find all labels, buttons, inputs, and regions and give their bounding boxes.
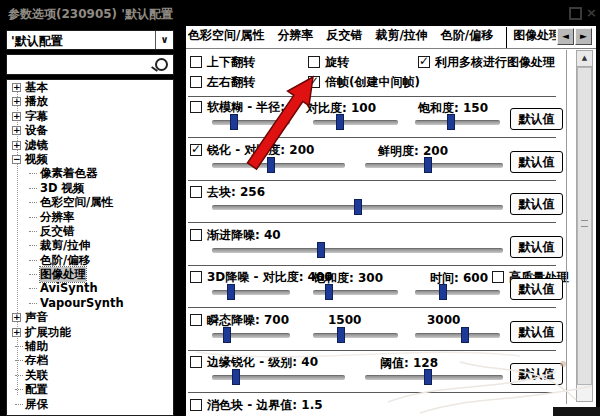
slider-thumb[interactable] [354, 199, 362, 215]
slider-thumb[interactable] [337, 327, 345, 343]
tree-item-图像处理[interactable]: 图像处理 [7, 267, 173, 281]
tree-item-辅助[interactable]: 辅助 [7, 339, 173, 353]
slider-track[interactable] [313, 333, 398, 338]
tab-色阶/偏移[interactable]: 色阶/偏移 [441, 27, 493, 48]
toggle-左右翻转[interactable]: 左右翻转 [190, 75, 255, 90]
tree-item-裁剪/拉伸[interactable]: 裁剪/拉伸 [7, 238, 173, 252]
slider-track[interactable] [212, 248, 503, 253]
slider-thumb[interactable] [227, 284, 235, 300]
default-value-button[interactable]: 默认值 [510, 151, 563, 173]
scrollbar-thumb[interactable] [577, 67, 592, 385]
scroll-up-arrow-icon[interactable]: ▲ [577, 51, 592, 67]
tab-色彩空间/属性[interactable]: 色彩空间/属性 [188, 27, 264, 48]
tree-item-视频[interactable]: −视频 [7, 152, 173, 166]
checkbox-icon[interactable] [190, 76, 202, 88]
tree-item-声音[interactable]: +声音 [7, 310, 173, 324]
slider-track[interactable] [365, 163, 503, 168]
slider-thumb[interactable] [325, 284, 333, 300]
slider-thumb[interactable] [230, 114, 238, 130]
default-value-button[interactable]: 默认值 [510, 236, 563, 258]
expand-plus-icon[interactable]: + [12, 328, 21, 337]
expand-plus-icon[interactable]: + [12, 313, 21, 322]
slider-track[interactable] [415, 120, 500, 125]
tree-item-VapourSynth[interactable]: VapourSynth [7, 296, 173, 310]
tab-scroll-right-button[interactable]: ► [575, 28, 592, 45]
expand-plus-icon[interactable]: + [12, 112, 21, 121]
slider-thumb[interactable] [336, 114, 344, 130]
default-value-button[interactable]: 默认值 [510, 108, 563, 130]
checkbox-icon[interactable] [190, 399, 202, 411]
tree-item-3D 视频[interactable]: 3D 视频 [7, 181, 173, 195]
tree-item-屏保[interactable]: 屏保 [7, 397, 173, 411]
tree-item-AviSynth[interactable]: AviSynth [7, 281, 173, 295]
checkbox-icon[interactable] [308, 56, 320, 68]
tab-反交错[interactable]: 反交错 [326, 27, 362, 48]
group-toggle[interactable]: ✓锐化 - 对比度: 200 [190, 143, 314, 158]
search-input[interactable] [6, 54, 174, 75]
tree-item-扩展功能[interactable]: +扩展功能 [7, 325, 173, 339]
group-toggle[interactable]: 去块: 256 [190, 185, 265, 200]
tree-item-分辨率[interactable]: 分辨率 [7, 210, 173, 224]
checkbox-icon[interactable] [190, 56, 202, 68]
tree-item-像素着色器[interactable]: 像素着色器 [7, 166, 173, 180]
tab-分辨率[interactable]: 分辨率 [277, 27, 313, 48]
tree-item-关联[interactable]: 关联 [7, 368, 173, 382]
profile-combobox[interactable]: '默认配置 ∨ [6, 30, 174, 50]
tree-item-色阶/偏移[interactable]: 色阶/偏移 [7, 253, 173, 267]
slider-track[interactable] [415, 333, 500, 338]
tree-item-基本[interactable]: +基本 [7, 80, 173, 94]
default-value-button[interactable]: 默认值 [510, 363, 563, 385]
group-toggle[interactable]: 渐进降噪: 40 [190, 228, 281, 243]
slider-thumb[interactable] [317, 242, 325, 258]
toggle-上下翻转[interactable]: 上下翻转 [190, 55, 255, 70]
tree-item-设备[interactable]: +设备 [7, 123, 173, 137]
slider-track[interactable] [313, 120, 398, 125]
checkbox-icon[interactable] [492, 271, 504, 283]
expand-plus-icon[interactable]: + [12, 126, 21, 135]
slider-track[interactable] [212, 163, 345, 168]
toggle-旋转[interactable]: 旋转 [308, 55, 349, 70]
slider-thumb[interactable] [424, 369, 432, 385]
slider-thumb[interactable] [267, 157, 275, 173]
default-value-button[interactable]: 默认值 [510, 278, 563, 300]
chevron-down-icon[interactable]: ∨ [155, 31, 173, 49]
checkbox-checked-icon[interactable]: ✓ [418, 56, 430, 68]
group-toggle[interactable]: 边缘锐化 - 级别: 40 [190, 355, 318, 370]
slider-track[interactable] [415, 290, 500, 295]
tree-item-字幕[interactable]: +字幕 [7, 109, 173, 123]
group-toggle[interactable]: 3D降噪 - 对比度: 400 [190, 270, 333, 285]
group-toggle[interactable]: 瞬态降噪: 700 [190, 313, 289, 328]
slider-track[interactable] [212, 290, 290, 295]
slider-track[interactable] [212, 120, 290, 125]
slider-thumb[interactable] [223, 327, 231, 343]
vertical-scrollbar[interactable]: ▲ [576, 50, 593, 402]
tree-item-配置[interactable]: 配置 [7, 382, 173, 396]
close-icon[interactable]: × [586, 7, 597, 18]
checkbox-icon[interactable] [190, 186, 202, 198]
group-toggle[interactable]: 消色块 - 边界值: 1.5 [190, 398, 323, 413]
tree-item-存档[interactable]: 存档 [7, 353, 173, 367]
tab-scroll-left-button[interactable]: ◄ [557, 28, 574, 45]
slider-thumb[interactable] [461, 327, 469, 343]
default-value-button[interactable]: 默认值 [510, 193, 563, 215]
expand-plus-icon[interactable]: + [12, 141, 21, 150]
checkbox-icon[interactable] [190, 271, 202, 283]
checkbox-checked-icon[interactable]: ✓ [308, 76, 320, 88]
expand-plus-icon[interactable]: + [12, 97, 21, 106]
tree-item-播放[interactable]: +播放 [7, 94, 173, 108]
toggle-倍帧(创建中间帧)[interactable]: ✓倍帧(创建中间帧) [308, 75, 420, 90]
slider-thumb[interactable] [424, 157, 432, 173]
slider-thumb[interactable] [439, 284, 447, 300]
default-value-button[interactable]: 默认值 [510, 321, 563, 343]
expand-plus-icon[interactable]: + [12, 83, 21, 92]
slider-thumb[interactable] [447, 114, 455, 130]
checkbox-icon[interactable] [190, 101, 202, 113]
tree-item-滤镜[interactable]: +滤镜 [7, 138, 173, 152]
tree-item-色彩空间/属性[interactable]: 色彩空间/属性 [7, 195, 173, 209]
checkbox-icon[interactable] [190, 229, 202, 241]
checkbox-icon[interactable] [190, 314, 202, 326]
group-toggle[interactable]: 软模糊 - 半径: [190, 100, 285, 115]
collapse-minus-icon[interactable]: − [12, 155, 21, 164]
slider-thumb[interactable] [232, 369, 240, 385]
slider-track[interactable] [365, 375, 503, 380]
